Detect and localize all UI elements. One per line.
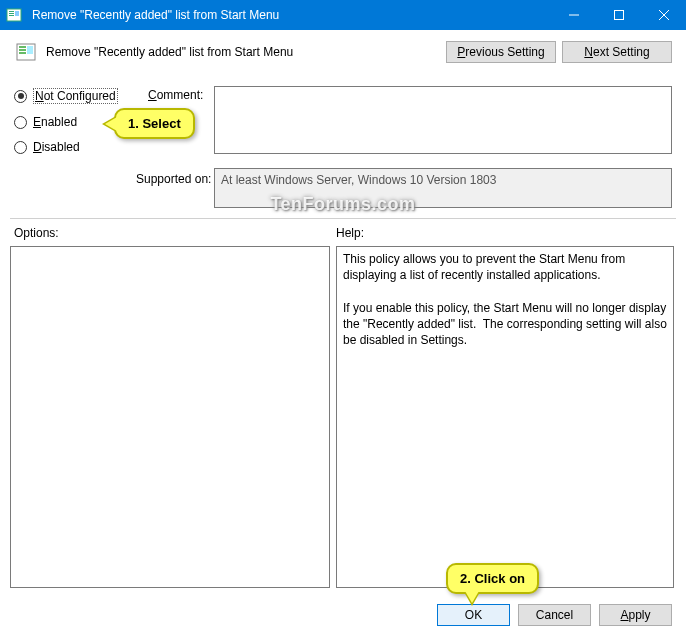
- minimize-button[interactable]: [551, 0, 596, 30]
- svg-rect-1: [9, 11, 14, 12]
- close-button[interactable]: [641, 0, 686, 30]
- svg-rect-12: [19, 52, 26, 54]
- svg-rect-3: [9, 15, 14, 16]
- help-label: Help:: [336, 226, 364, 240]
- radio-not-configured[interactable]: Not Configured: [14, 88, 144, 104]
- annotation-select: 1. Select: [114, 108, 195, 139]
- svg-rect-2: [9, 13, 14, 14]
- supported-text: At least Windows Server, Windows 10 Vers…: [214, 168, 672, 208]
- comment-label: Comment:: [148, 88, 203, 102]
- svg-rect-13: [27, 46, 33, 54]
- window-title: Remove "Recently added" list from Start …: [28, 8, 551, 22]
- radio-label: Not Configured: [33, 88, 118, 104]
- policy-title: Remove "Recently added" list from Start …: [46, 45, 440, 59]
- titlebar[interactable]: Remove "Recently added" list from Start …: [0, 0, 686, 30]
- svg-rect-10: [19, 46, 26, 48]
- apply-button[interactable]: Apply: [599, 604, 672, 626]
- radio-icon: [14, 90, 27, 103]
- dialog-buttons: OK Cancel Apply: [429, 604, 672, 626]
- radio-icon: [14, 116, 27, 129]
- app-icon: [0, 7, 28, 23]
- radio-label: Enabled: [33, 115, 77, 129]
- next-setting-button[interactable]: Next Setting: [562, 41, 672, 63]
- ok-button[interactable]: OK: [437, 604, 510, 626]
- supported-label: Supported on:: [136, 172, 211, 186]
- radio-label: Disabled: [33, 140, 80, 154]
- radio-icon: [14, 141, 27, 154]
- maximize-button[interactable]: [596, 0, 641, 30]
- svg-rect-11: [19, 49, 26, 51]
- options-label: Options:: [14, 226, 59, 240]
- separator: [10, 218, 676, 219]
- annotation-click: 2. Click on: [446, 563, 539, 594]
- svg-rect-4: [15, 11, 19, 16]
- svg-rect-6: [614, 11, 623, 20]
- help-panel: This policy allows you to prevent the St…: [336, 246, 674, 588]
- policy-icon: [14, 40, 38, 64]
- radio-disabled[interactable]: Disabled: [14, 140, 144, 154]
- header: Remove "Recently added" list from Start …: [0, 30, 686, 72]
- options-panel: [10, 246, 330, 588]
- cancel-button[interactable]: Cancel: [518, 604, 591, 626]
- comment-input[interactable]: [214, 86, 672, 154]
- previous-setting-button[interactable]: Previous Setting: [446, 41, 556, 63]
